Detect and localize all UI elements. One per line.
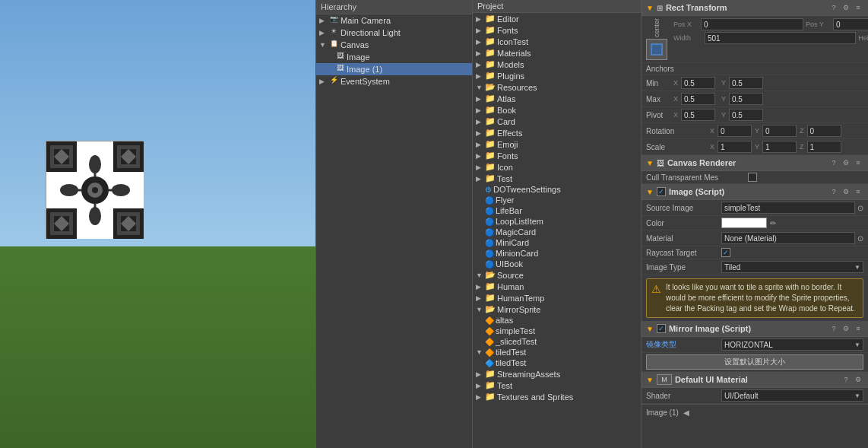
section-icon-2[interactable]: ⚙	[841, 2, 851, 13]
project-item-models[interactable]: ▶ 📁 Models	[473, 59, 641, 70]
enable-checkbox[interactable]	[657, 324, 666, 333]
project-item-materials[interactable]: ▶ 📁 Materials	[473, 47, 641, 59]
project-item-icontest[interactable]: ▶ 📁 IconTest	[473, 36, 641, 47]
scale-x-input[interactable]	[718, 141, 752, 153]
source-image-picker[interactable]: ⊙	[857, 204, 863, 212]
scale-z-input[interactable]	[807, 141, 841, 153]
section-icon-2[interactable]: ⚙	[841, 186, 851, 197]
section-icon-2[interactable]: ⚙	[853, 374, 863, 385]
project-item-label: altas	[496, 316, 513, 325]
project-item-lifebar[interactable]: 🔵 LifeBar	[473, 205, 641, 216]
project-item-magiccard[interactable]: 🔵 MagicCard	[473, 227, 641, 237]
project-item-emoji[interactable]: ▶ 📁 Emoji	[473, 138, 641, 150]
section-icon-3[interactable]: ≡	[853, 157, 863, 168]
material-picker[interactable]: ⊙	[857, 234, 863, 243]
scale-y-input[interactable]	[762, 141, 797, 153]
project-item-icon[interactable]: ▶ 📁 Icon	[473, 161, 641, 173]
project-item-card[interactable]: ▶ 📁 Card	[473, 116, 641, 127]
image-script-section-header[interactable]: ▼ Image (Script) ? ⚙ ≡	[641, 184, 868, 200]
mirror-type-select[interactable]: HORIZONTAL ▼	[721, 338, 863, 351]
anchors-row: Anchors	[641, 63, 868, 75]
image-type-select[interactable]: Tiled ▼	[721, 261, 863, 273]
material-select[interactable]: None (Material)	[721, 232, 855, 244]
project-item-flyer[interactable]: 🔵 Flyer	[473, 195, 641, 205]
mirror-image-section-header[interactable]: ▼ Mirror Image (Script) ? ⚙ ≡	[641, 321, 868, 337]
project-item-human[interactable]: ▶ 📁 Human	[473, 281, 641, 292]
hierarchy-item-canvas[interactable]: ▼ 📋 Canvas	[316, 39, 472, 51]
project-item-fonts[interactable]: ▶ 📁 Fonts	[473, 24, 641, 36]
section-icon-1[interactable]: ?	[828, 2, 839, 13]
svg-point-26	[60, 184, 78, 196]
project-item-book[interactable]: ▶ 📁 Book	[473, 104, 641, 116]
shader-select[interactable]: UI/Default ▼	[721, 389, 863, 402]
hierarchy-item-directional-light[interactable]: ▶ ☀ Directional Light	[316, 27, 472, 39]
section-icon-3[interactable]: ≡	[853, 2, 863, 13]
project-item-minioncard[interactable]: 🔵 MinionCard	[473, 248, 641, 259]
section-icon-1[interactable]: ?	[828, 157, 839, 168]
section-icon-3[interactable]: ≡	[853, 186, 863, 197]
project-item-simpletest[interactable]: 🔶 simpleTest	[473, 326, 641, 336]
color-picker-icon[interactable]: ✏	[770, 219, 776, 227]
project-item-source[interactable]: ▼ 📂 Source	[473, 269, 641, 281]
project-item-minicard[interactable]: 🔵 MiniCard	[473, 237, 641, 248]
hierarchy-item-image[interactable]: 🖼 Image	[316, 51, 472, 63]
width-input[interactable]	[705, 32, 856, 44]
section-icon-1[interactable]: ?	[828, 323, 839, 334]
raycast-checkbox[interactable]	[721, 248, 730, 257]
min-y-input[interactable]	[729, 77, 763, 89]
project-item-atlas[interactable]: ▶ 📁 Atlas	[473, 93, 641, 104]
min-x-input[interactable]	[681, 77, 715, 89]
hierarchy-item-label: Canvas	[341, 40, 369, 49]
project-item-tiledtest-folder[interactable]: ▼ 🔶 tiledTest	[473, 347, 641, 357]
project-item-tiledtest-asset[interactable]: 🔷 tiledTest	[473, 357, 641, 368]
max-y-input[interactable]	[729, 93, 763, 105]
anchor-graphic[interactable]	[646, 39, 667, 60]
project-item-test[interactable]: ▶ 📁 Test	[473, 173, 641, 184]
project-item-slicedtest[interactable]: 🔶 _slicedTest	[473, 336, 641, 347]
project-item-altas[interactable]: 🔶 altas	[473, 315, 641, 326]
project-item-humantemp[interactable]: ▶ 📁 HumanTemp	[473, 292, 641, 303]
canvas-renderer-section-header[interactable]: ▼ 🖼 Canvas Renderer ? ⚙ ≡	[641, 155, 868, 171]
hierarchy-item-eventsystem[interactable]: ▶ ⚡ EventSystem	[316, 75, 472, 87]
project-item-looplistitem[interactable]: 🔵 LoopListItem	[473, 216, 641, 227]
section-icon-1[interactable]: ?	[828, 186, 839, 197]
rot-x-input[interactable]	[718, 125, 752, 137]
project-item-label: MinionCard	[496, 249, 538, 258]
cull-checkbox[interactable]	[748, 173, 757, 182]
enable-checkbox[interactable]	[657, 187, 666, 196]
project-item-plugins[interactable]: ▶ 📁 Plugins	[473, 70, 641, 81]
scene-view[interactable]	[0, 0, 315, 448]
set-default-size-row: 设置默认图片大小	[641, 353, 868, 372]
set-default-size-button[interactable]: 设置默认图片大小	[646, 354, 863, 370]
project-item-label: Plugins	[497, 71, 524, 81]
rect-transform-section-header[interactable]: ▼ ⊞ Rect Transform ? ⚙ ≡	[641, 0, 868, 16]
project-item-mirrorsprite[interactable]: ▼ 📂 MirrorSprite	[473, 303, 641, 315]
rot-z-input[interactable]	[807, 125, 841, 137]
pos-x-input[interactable]	[701, 18, 803, 30]
project-item-textures-sprites[interactable]: ▶ 📁 Textures and Sprites	[473, 391, 641, 402]
color-swatch[interactable]	[721, 218, 767, 228]
source-image-select[interactable]: simpleTest	[721, 202, 855, 214]
section-icon-2[interactable]: ⚙	[841, 323, 851, 334]
svg-point-24	[89, 155, 101, 173]
hierarchy-item-main-camera[interactable]: ▶ 📷 Main Camera	[316, 14, 472, 27]
project-item-dotween[interactable]: ⚙ DOTweenSettings	[473, 184, 641, 195]
rot-y-input[interactable]	[762, 125, 797, 137]
project-item-streamingassets[interactable]: ▶ 📁 StreamingAssets	[473, 368, 641, 380]
pos-y-input[interactable]	[833, 18, 868, 30]
cull-transparent-row: Cull Transparent Mes	[641, 171, 868, 184]
hierarchy-item-image-1[interactable]: 🖼 Image (1)	[316, 63, 472, 75]
project-item-test2[interactable]: ▶ 📁 Test	[473, 380, 641, 391]
pivot-x-input[interactable]	[681, 109, 715, 121]
project-item-effects[interactable]: ▶ 📁 Effects	[473, 127, 641, 138]
project-item-uibook[interactable]: 🔵 UIBook	[473, 259, 641, 269]
pivot-y-input[interactable]	[729, 109, 763, 121]
default-ui-material-section-header[interactable]: ▼ M Default UI Material ? ⚙	[641, 372, 868, 388]
project-item-fonts2[interactable]: ▶ 📁 Fonts	[473, 150, 641, 161]
project-item-resources[interactable]: ▼ 📂 Resources	[473, 81, 641, 93]
project-item-editor[interactable]: ▶ 📁 Editor	[473, 13, 641, 24]
max-x-input[interactable]	[681, 93, 715, 105]
section-icon-1[interactable]: ?	[841, 374, 851, 385]
section-icon-2[interactable]: ⚙	[841, 157, 851, 168]
section-icon-3[interactable]: ≡	[853, 323, 863, 334]
